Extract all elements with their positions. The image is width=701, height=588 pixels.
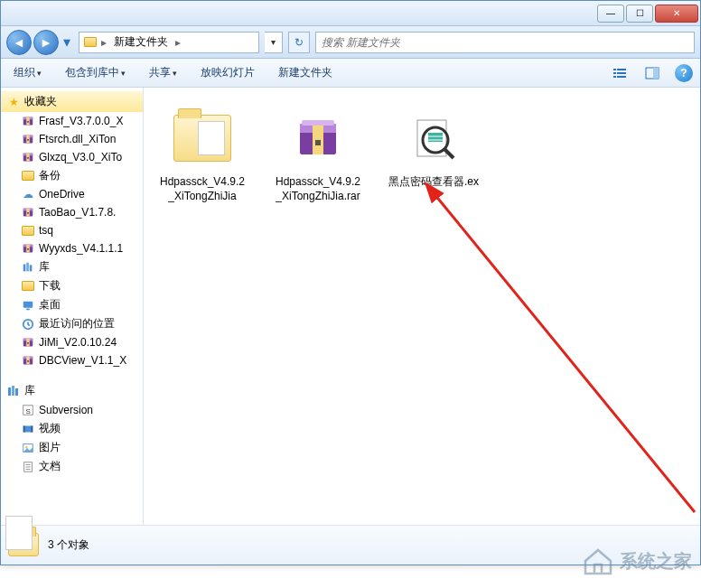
file-item[interactable]: Hdpassck_V4.9.2_XiTongZhiJia — [153, 102, 252, 208]
sidebar-item-label: 库 — [39, 259, 50, 275]
favorites-list: Frasf_V3.7.0.0_XFtsrch.dll_XiTonGlxzq_V3… — [1, 112, 143, 369]
sidebar-item[interactable]: TaoBao_V1.7.8. — [1, 203, 143, 221]
svg-rect-41 — [27, 360, 29, 362]
svg-rect-3 — [617, 72, 626, 74]
svg-rect-58 — [313, 124, 323, 154]
sidebar-item-label: DBCView_V1.1_X — [39, 354, 126, 367]
sidebar-item[interactable]: 最近访问的位置 — [1, 314, 143, 333]
include-menu[interactable]: 包含到库中▾ — [60, 63, 131, 82]
forward-button[interactable]: ► — [33, 30, 59, 55]
sidebar-item[interactable]: 图片 — [1, 438, 143, 457]
svg-rect-48 — [23, 425, 25, 432]
breadcrumb-dropdown[interactable]: ▾ — [265, 32, 283, 53]
organize-menu[interactable]: 组织▾ — [8, 63, 47, 82]
svg-rect-44 — [15, 388, 18, 396]
svn-icon: S — [21, 403, 35, 417]
svg-rect-60 — [302, 120, 334, 126]
organize-label: 组织 — [14, 65, 35, 80]
sidebar-item[interactable]: 库 — [1, 257, 143, 276]
sidebar-item[interactable]: Wyyxds_V4.1.1.1 — [1, 239, 143, 257]
titlebar: — ☐ ✕ — [1, 1, 700, 26]
sidebar-item[interactable]: 备份 — [1, 166, 143, 185]
history-dropdown[interactable]: ▾ — [61, 33, 73, 51]
view-menu[interactable] — [610, 63, 630, 83]
spacer — [1, 369, 143, 380]
svg-line-67 — [435, 194, 695, 512]
image-icon — [21, 441, 35, 455]
favorites-header[interactable]: ★ 收藏夹 — [1, 91, 143, 112]
sidebar-item-label: JiMi_V2.0.10.24 — [39, 336, 117, 349]
sidebar-item-label: 下载 — [39, 278, 61, 294]
svg-rect-2 — [613, 72, 616, 74]
doc-icon — [21, 460, 35, 474]
rar-icon — [21, 132, 35, 146]
help-button[interactable]: ? — [675, 64, 693, 82]
folder-icon — [171, 107, 234, 170]
breadcrumb-segment[interactable]: 新建文件夹 — [110, 34, 172, 50]
svg-rect-27 — [27, 248, 29, 250]
favorites-label: 收藏夹 — [24, 94, 57, 109]
svg-text:S: S — [25, 407, 30, 415]
sidebar-item-label: 文档 — [39, 459, 61, 474]
share-label: 共享 — [149, 65, 171, 80]
share-menu[interactable]: 共享▾ — [144, 63, 182, 82]
sidebar-item-label: 备份 — [39, 168, 61, 183]
svg-rect-19 — [27, 157, 29, 159]
sidebar-item[interactable]: Frasf_V3.7.0.0_X — [1, 112, 143, 130]
file-item[interactable]: 黑点密码查看器.exe — [384, 102, 483, 208]
sidebar-item[interactable]: JiMi_V2.0.10.24 — [1, 333, 143, 351]
rar-icon — [286, 107, 350, 170]
svg-rect-42 — [8, 387, 11, 396]
search-box[interactable] — [315, 32, 695, 53]
slideshow-button[interactable]: 放映幻灯片 — [195, 63, 260, 82]
sidebar-item[interactable]: 桌面 — [1, 295, 143, 314]
sidebar-item[interactable]: Glxzq_V3.0_XiTo — [1, 148, 143, 166]
libraries-header[interactable]: 库 — [1, 380, 143, 401]
sidebar-item-label: tsq — [39, 224, 53, 237]
svg-rect-0 — [613, 69, 616, 70]
file-content-area[interactable]: Hdpassck_V4.9.2_XiTongZhiJiaHdpassck_V4.… — [144, 88, 700, 525]
sidebar-item-label: Glxzq_V3.0_XiTo — [39, 151, 122, 163]
svg-rect-31 — [23, 301, 33, 307]
sidebar-item[interactable]: ☁OneDrive — [1, 185, 143, 203]
file-label: Hdpassck_V4.9.2_XiTongZhiJia — [157, 175, 248, 203]
video-icon — [21, 422, 35, 436]
close-button[interactable]: ✕ — [655, 5, 698, 23]
navbar: ◄ ► ▾ ▸ 新建文件夹 ▸ ▾ ↻ — [1, 26, 700, 59]
sidebar-item[interactable]: SSubversion — [1, 401, 143, 419]
maximize-button[interactable]: ☐ — [626, 5, 653, 23]
file-label: Hdpassck_V4.9.2_XiTongZhiJia.rar — [273, 175, 363, 203]
sidebar-item[interactable]: 下载 — [1, 276, 143, 295]
sidebar-item[interactable]: 文档 — [1, 457, 143, 476]
preview-pane-button[interactable] — [642, 63, 662, 83]
svg-rect-29 — [26, 262, 29, 271]
svg-rect-11 — [27, 121, 29, 123]
refresh-button[interactable]: ↻ — [288, 32, 310, 53]
svg-rect-43 — [12, 386, 14, 396]
body: ★ 收藏夹 Frasf_V3.7.0.0_XFtsrch.dll_XiTonGl… — [1, 88, 700, 525]
search-input[interactable] — [322, 36, 688, 49]
sidebar-item[interactable]: DBCView_V1.1_X — [1, 351, 143, 369]
breadcrumb[interactable]: ▸ 新建文件夹 ▸ — [79, 32, 259, 53]
chevron-down-icon: ▾ — [121, 69, 126, 78]
sidebar-item-label: 图片 — [39, 440, 61, 455]
sidebar-item[interactable]: tsq — [1, 221, 143, 239]
file-item[interactable]: Hdpassck_V4.9.2_XiTongZhiJia.rar — [268, 102, 368, 208]
lib-icon — [21, 260, 35, 275]
sidebar[interactable]: ★ 收藏夹 Frasf_V3.7.0.0_XFtsrch.dll_XiTonGl… — [1, 88, 144, 525]
exe-icon — [402, 107, 465, 170]
svg-rect-49 — [32, 425, 33, 432]
explorer-window: — ☐ ✕ ◄ ► ▾ ▸ 新建文件夹 ▸ ▾ ↻ 组织▾ 包含到库中▾ 共享▾… — [0, 0, 701, 565]
newfolder-button[interactable]: 新建文件夹 — [273, 63, 338, 82]
sidebar-item[interactable]: 视频 — [1, 419, 143, 438]
pane-icon — [645, 66, 659, 80]
sidebar-item-label: 最近访问的位置 — [39, 316, 115, 331]
svg-rect-7 — [653, 68, 659, 79]
desktop-icon — [21, 298, 35, 313]
file-label: 黑点密码查看器.exe — [388, 175, 479, 203]
minimize-button[interactable]: — — [597, 5, 624, 23]
annotation-arrow — [415, 178, 700, 521]
sidebar-item-label: Ftsrch.dll_XiTon — [39, 133, 116, 145]
sidebar-item[interactable]: Ftsrch.dll_XiTon — [1, 130, 143, 148]
back-button[interactable]: ◄ — [6, 30, 32, 55]
